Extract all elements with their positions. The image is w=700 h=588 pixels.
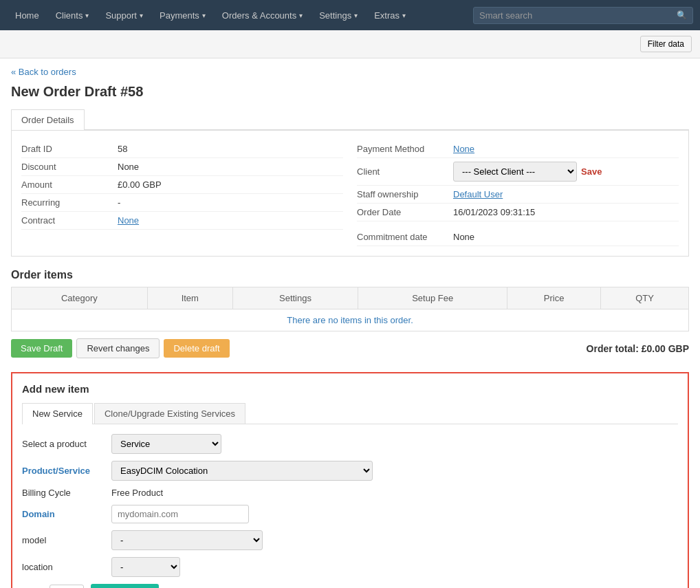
col-setup-fee: Setup Fee (358, 287, 507, 309)
select-product-dropdown[interactable]: Service (111, 434, 221, 454)
draft-id-row: Draft ID 58 (21, 140, 343, 158)
chevron-down-icon: ▾ (402, 12, 406, 19)
product-service-label: Product/Service (22, 466, 111, 476)
details-left: Draft ID 58 Discount None Amount £0.00 G… (21, 140, 343, 246)
contract-row: Contract None (21, 212, 343, 230)
nav-orders-accounts[interactable]: Orders & Accounts ▾ (214, 2, 311, 29)
col-price: Price (507, 287, 601, 309)
product-service-dropdown[interactable]: EasyDCIM Colocation (111, 461, 373, 481)
filter-bar: Filter data (0, 30, 700, 58)
recurring-label: Recurring (21, 197, 118, 208)
client-select[interactable]: --- Select Client --- (453, 162, 577, 182)
amount-value: £0.00 GBP (118, 179, 162, 190)
chevron-down-icon: ▾ (202, 12, 206, 19)
client-select-row: --- Select Client --- Save (453, 162, 602, 182)
contract-link[interactable]: None (118, 215, 139, 226)
discount-value: None (118, 162, 139, 172)
add-new-item-title: Add new item (22, 383, 678, 395)
tab-new-service[interactable]: New Service (22, 403, 93, 424)
commitment-date-row: Commitment date None (357, 228, 679, 246)
back-to-orders-link[interactable]: « Back to orders (11, 67, 76, 77)
order-total: Order total: £0.00 GBP (587, 343, 689, 354)
select-product-row: Select a product Service (22, 434, 678, 454)
model-row: model - (22, 530, 678, 550)
recurring-value: - (118, 197, 120, 208)
nav-support[interactable]: Support ▾ (97, 2, 151, 29)
save-draft-button[interactable]: Save Draft (11, 339, 72, 358)
billing-cycle-row: Billing Cycle Free Product (22, 488, 678, 498)
col-item: Item (147, 287, 232, 309)
qty-input[interactable] (50, 585, 84, 588)
client-label: Client (357, 166, 453, 177)
nav-extras[interactable]: Extras ▾ (366, 2, 414, 29)
add-item-tabs: New Service Clone/Upgrade Existing Servi… (22, 403, 678, 424)
order-date-label: Order Date (357, 207, 453, 217)
location-row: location - (22, 557, 678, 577)
col-category: Category (12, 287, 148, 309)
nav-clients[interactable]: Clients ▾ (47, 2, 98, 29)
qty-row: QTY: Add Product (22, 584, 678, 588)
model-label: model (22, 535, 111, 545)
billing-cycle-value: Free Product (111, 488, 163, 498)
draft-id-label: Draft ID (21, 144, 118, 154)
model-dropdown[interactable]: - (111, 530, 263, 550)
order-items-title: Order items (11, 269, 689, 281)
billing-cycle-label: Billing Cycle (22, 488, 111, 498)
order-items-table: Category Item Settings Setup Fee Price Q… (11, 287, 689, 331)
staff-ownership-link[interactable]: Default User (453, 189, 503, 199)
order-date-row: Order Date 16/01/2023 09:31:15 (357, 204, 679, 221)
details-right: Payment Method None Client --- Select Cl… (357, 140, 679, 246)
nav-home[interactable]: Home (7, 2, 47, 29)
tab-order-details[interactable]: Order Details (11, 109, 85, 130)
chevron-down-icon: ▾ (354, 12, 358, 19)
order-total-value: £0.00 GBP (642, 343, 689, 354)
contract-label: Contract (21, 215, 118, 226)
discount-label: Discount (21, 162, 118, 172)
navbar: Home Clients ▾ Support ▾ Payments ▾ Orde… (0, 0, 700, 30)
order-actions-row: Save Draft Revert changes Delete draft O… (11, 331, 689, 365)
table-empty-row: There are no items in this order. (12, 309, 689, 331)
amount-label: Amount (21, 179, 118, 190)
client-row: Client --- Select Client --- Save (357, 158, 679, 186)
commitment-date-label: Commitment date (357, 232, 453, 242)
client-save-link[interactable]: Save (581, 166, 602, 177)
recurring-row: Recurring - (21, 194, 343, 212)
chevron-down-icon: ▾ (140, 12, 143, 19)
search-input[interactable] (479, 10, 677, 21)
col-qty: QTY (600, 287, 688, 309)
filter-data-button[interactable]: Filter data (640, 36, 692, 52)
nav-payments[interactable]: Payments ▾ (151, 2, 214, 29)
page-title: New Order Draft #58 (11, 84, 689, 100)
order-details-section: Draft ID 58 Discount None Amount £0.00 G… (11, 130, 689, 257)
select-product-label: Select a product (22, 439, 111, 449)
payment-method-row: Payment Method None (357, 140, 679, 158)
commitment-date-value: None (453, 232, 474, 242)
empty-message: There are no items in this order. (12, 309, 689, 331)
nav-settings[interactable]: Settings ▾ (311, 2, 366, 29)
search-box: 🔍 (473, 7, 693, 24)
payment-method-link[interactable]: None (453, 144, 474, 154)
order-total-label: Order total: (587, 343, 639, 354)
search-icon: 🔍 (677, 10, 687, 20)
payment-method-label: Payment Method (357, 144, 453, 154)
add-product-button[interactable]: Add Product (91, 584, 160, 588)
order-date-value: 16/01/2023 09:31:15 (453, 207, 535, 217)
amount-row: Amount £0.00 GBP (21, 176, 343, 194)
revert-changes-button[interactable]: Revert changes (76, 338, 160, 358)
discount-row: Discount None (21, 158, 343, 176)
domain-label: Domain (22, 509, 111, 519)
staff-ownership-row: Staff ownership Default User (357, 186, 679, 204)
location-dropdown[interactable]: - (111, 557, 180, 577)
add-new-item-section: Add new item New Service Clone/Upgrade E… (11, 372, 689, 588)
chevron-down-icon: ▾ (299, 12, 303, 19)
domain-row: Domain (22, 505, 678, 523)
domain-input[interactable] (111, 505, 249, 523)
product-service-row: Product/Service EasyDCIM Colocation (22, 461, 678, 481)
tab-clone-upgrade[interactable]: Clone/Upgrade Existing Services (94, 403, 245, 424)
table-header-row: Category Item Settings Setup Fee Price Q… (12, 287, 689, 309)
draft-id-value: 58 (118, 144, 127, 154)
delete-draft-button[interactable]: Delete draft (164, 339, 229, 358)
staff-ownership-label: Staff ownership (357, 189, 453, 199)
location-label: location (22, 562, 111, 572)
main-content: « Back to orders New Order Draft #58 Ord… (0, 58, 700, 588)
